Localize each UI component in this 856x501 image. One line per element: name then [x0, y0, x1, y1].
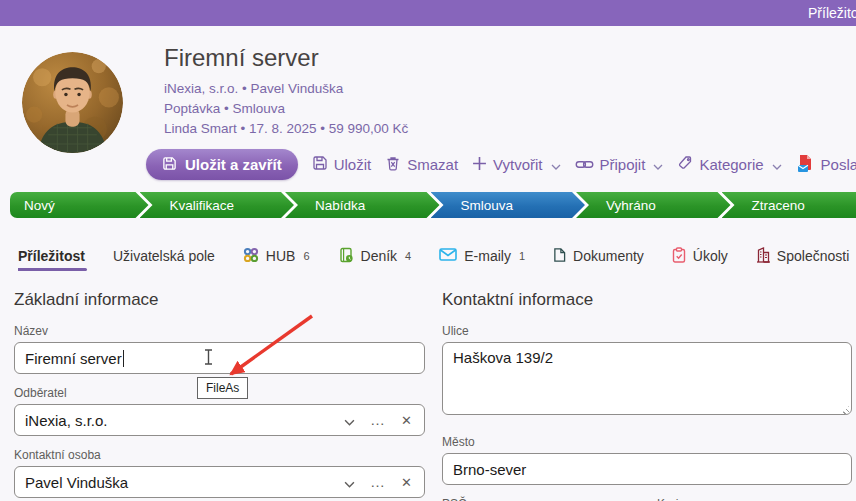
hub-icon [243, 247, 259, 266]
record-title: Firemní server [164, 44, 408, 72]
save-icon [312, 155, 328, 174]
building-icon [756, 247, 770, 266]
chevron-down-icon[interactable] [344, 412, 355, 429]
tab-hub[interactable]: HUB 6 [243, 241, 310, 271]
plus-icon [472, 156, 487, 174]
field-label-nazev: Název [14, 324, 425, 338]
ulice-textarea[interactable]: Haškova 139/2 [442, 342, 852, 415]
attach-button[interactable]: Připojit [575, 156, 664, 173]
ellipsis-browse-button[interactable]: … [370, 477, 386, 487]
document-icon [553, 247, 566, 266]
odberatel-value: iNexia, s.r.o. [25, 412, 108, 429]
avatar-image [22, 52, 123, 153]
save-and-close-button[interactable]: Uložit a zavřít [146, 149, 298, 180]
category-button[interactable]: Kategorie [677, 155, 781, 174]
toolbar: Uložit a zavřít Uložit Smazat Vytvořit [146, 148, 856, 181]
tab-badge: 6 [303, 250, 309, 262]
nazev-value: Firemní server [25, 350, 122, 367]
tab-label: Příležitost [18, 248, 85, 264]
field-label-ulice: Ulice [442, 324, 852, 338]
workflow-step-ztraceno[interactable]: Ztraceno [722, 192, 856, 218]
trash-icon [385, 155, 401, 174]
workflow-step-kvalifikace[interactable]: Kvalifikace [140, 192, 295, 218]
link-icon [575, 156, 594, 173]
section-heading-contact: Kontaktní informace [442, 290, 852, 310]
chevron-down-icon [772, 156, 782, 173]
tab-label: HUB [266, 248, 296, 264]
tab-prilezitost[interactable]: Příležitost [18, 241, 85, 271]
chevron-down-icon [551, 156, 561, 173]
save-and-close-label: Uložit a zavřít [185, 156, 282, 173]
clear-icon[interactable]: ✕ [401, 413, 412, 428]
tab-ukoly[interactable]: Úkoly [672, 241, 728, 271]
kontaktni-osoba-combobox[interactable]: Pavel Vinduška … ✕ [14, 466, 425, 498]
tab-label: Společnosti [777, 248, 849, 264]
tab-label: Dokumenty [573, 248, 644, 264]
save-label: Uložit [334, 156, 372, 173]
record-subtitle-company-contact: iNexia, s.r.o. • Pavel Vinduška [164, 79, 408, 99]
mesto-input[interactable] [442, 453, 852, 485]
envelope-icon [439, 248, 457, 264]
tab-badge: 4 [405, 250, 411, 262]
section-heading-basic: Základní informace [14, 290, 425, 310]
tab-denik[interactable]: Deník 4 [338, 241, 412, 271]
workflow-step-smlouva-current[interactable]: Smlouva [431, 192, 586, 218]
window-titlebar: Příležitost [0, 0, 856, 26]
contact-avatar [22, 52, 123, 153]
attach-label: Připojit [600, 156, 646, 173]
tab-emaily[interactable]: E-maily 1 [439, 241, 525, 271]
opportunity-window: { "titlebar": { "title": "Příležitost" }… [0, 0, 856, 501]
tab-label: E-maily [464, 248, 511, 264]
tab-badge: 1 [519, 250, 525, 262]
section-contact-info: Kontaktní informace Ulice Haškova 139/2 … [442, 290, 852, 501]
fileas-tooltip: FileAs [197, 377, 248, 399]
save-button[interactable]: Uložit [312, 155, 372, 174]
delete-label: Smazat [407, 156, 458, 173]
tab-label: Deník [361, 248, 398, 264]
tag-icon [677, 155, 693, 174]
task-icon [672, 247, 686, 266]
field-label-kontaktni-osoba: Kontaktní osoba [14, 448, 425, 462]
field-label-psc: PSČ [442, 497, 852, 501]
kontaktni-osoba-value: Pavel Vinduška [25, 474, 128, 491]
tab-dokumenty[interactable]: Dokumenty [553, 241, 644, 271]
create-label: Vytvořit [493, 156, 542, 173]
create-button[interactable]: Vytvořit [472, 156, 560, 174]
window-title: Příležitost [808, 0, 856, 26]
clear-icon[interactable]: ✕ [401, 475, 412, 490]
tab-uzivatelska-pole[interactable]: Uživatelská pole [113, 241, 215, 271]
tab-label: Uživatelská pole [113, 248, 215, 264]
field-label-kraj: Kraj [657, 497, 678, 501]
tab-label: Úkoly [693, 248, 728, 264]
category-label: Kategorie [699, 156, 763, 173]
record-subtitle-owner-date-price: Linda Smart • 17. 8. 2025 • 59 990,00 Kč [164, 119, 408, 139]
tab-spolecnosti[interactable]: Společnosti [756, 241, 849, 271]
send-pdf-label: Poslat PDF [821, 156, 856, 173]
send-pdf-button[interactable]: Poslat PDF [796, 154, 856, 176]
delete-button[interactable]: Smazat [385, 155, 458, 174]
pdf-send-icon [796, 154, 815, 176]
journal-icon [338, 247, 354, 266]
record-subtitle-type-stage: Poptávka • Smlouva [164, 99, 408, 119]
tab-bar: Příležitost Uživatelská pole HUB 6 [18, 240, 856, 272]
workflow-step-nabidka[interactable]: Nabídka [285, 192, 440, 218]
workflow-bar: Nový Kvalifikace Nabídka Smlouva Vyhráno… [10, 192, 856, 218]
ellipsis-browse-button[interactable]: … [370, 415, 386, 425]
nazev-input[interactable]: Firemní server [14, 342, 425, 374]
text-caret [123, 350, 124, 367]
field-label-mesto: Město [442, 435, 852, 449]
chevron-down-icon [653, 156, 663, 173]
save-icon [162, 156, 177, 174]
workflow-step-novy[interactable]: Nový [10, 192, 149, 218]
chevron-down-icon[interactable] [344, 474, 355, 491]
odberatel-combobox[interactable]: iNexia, s.r.o. … ✕ [14, 404, 425, 436]
workflow-step-vyhrano[interactable]: Vyhráno [576, 192, 731, 218]
